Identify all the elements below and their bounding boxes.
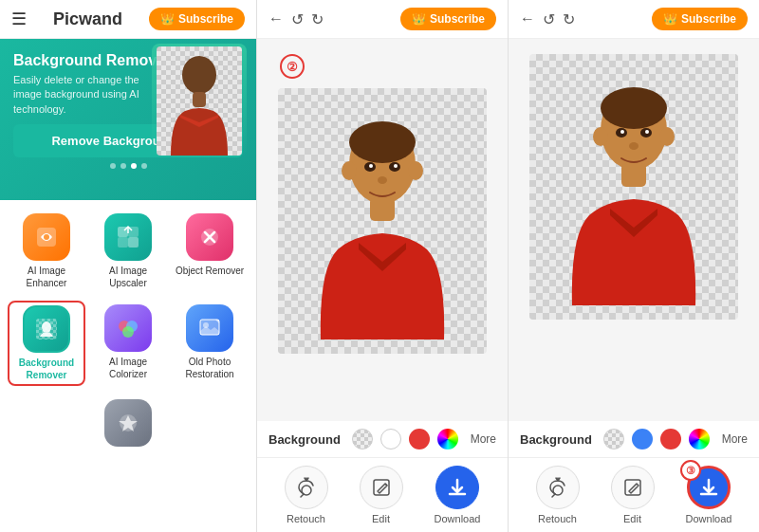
left-panel: ☰ Picwand 👑 Subscribe Background Remover… <box>0 0 256 532</box>
mid-panel: ← ↺ ↻ 👑 Subscribe ② <box>256 0 508 532</box>
dot-1 <box>110 163 116 169</box>
right-rainbow-swatch[interactable] <box>689 429 710 449</box>
right-action-row: Retouch Edit ③ Download <box>509 457 759 532</box>
right-retouch-icon-circle <box>536 466 580 509</box>
mid-step-number: ② <box>280 54 305 79</box>
right-transparent-swatch[interactable] <box>603 429 624 449</box>
mid-action-row: Retouch Edit Download <box>257 457 508 532</box>
svg-point-48 <box>629 142 639 150</box>
right-image-preview <box>529 54 738 320</box>
svg-point-8 <box>44 234 49 240</box>
dot-2 <box>120 163 126 169</box>
sidebar-item-background-remover[interactable]: BackgroundRemover <box>8 301 85 386</box>
extra-tool-icon <box>104 399 152 447</box>
hero-image <box>152 44 247 157</box>
right-bg-label: Background <box>520 432 592 447</box>
right-blue-swatch[interactable] <box>632 429 653 449</box>
mid-download-button[interactable]: Download <box>435 466 481 524</box>
hero-subtitle: Easily delete or change the image backgr… <box>13 73 146 117</box>
dot-4 <box>141 163 147 169</box>
back-icon[interactable]: ← <box>268 10 284 28</box>
svg-point-37 <box>342 161 357 180</box>
bg-remover-label: BackgroundRemover <box>19 357 74 381</box>
right-panel: ← ↺ ↻ 👑 Subscribe <box>508 0 759 532</box>
svg-point-38 <box>408 161 423 180</box>
right-topbar-left: ← ↺ ↻ <box>520 10 575 28</box>
right-subscribe-button[interactable]: 👑 Subscribe <box>652 8 748 30</box>
hero-banner: Background Remover Easily delete or chan… <box>0 39 256 200</box>
svg-point-35 <box>394 164 398 168</box>
svg-point-5 <box>182 56 216 94</box>
ai-enhancer-icon <box>23 213 70 261</box>
right-retouch-svg <box>547 477 568 498</box>
svg-rect-6 <box>193 92 206 107</box>
download-icon-circle <box>435 466 479 509</box>
crown-icon: 👑 <box>160 12 175 26</box>
ai-upscaler-icon <box>104 213 152 261</box>
mid-transparent-swatch[interactable] <box>352 429 373 449</box>
right-more-label[interactable]: More <box>722 432 748 446</box>
sidebar-item-ai-image-upscaler[interactable]: AI Image Upscaler <box>89 210 167 293</box>
enhancer-svg <box>33 224 60 250</box>
right-edit-button[interactable]: Edit <box>611 466 655 524</box>
right-red-swatch[interactable] <box>660 429 681 449</box>
subscribe-button[interactable]: 👑 Subscribe <box>149 8 245 30</box>
mid-rainbow-swatch[interactable] <box>437 429 458 449</box>
mid-retouch-label: Retouch <box>287 513 325 524</box>
mid-subscribe-button[interactable]: 👑 Subscribe <box>400 8 496 30</box>
svg-point-46 <box>620 130 624 134</box>
mid-image-preview <box>278 88 487 354</box>
svg-point-49 <box>593 127 608 146</box>
mid-topbar-left: ← ↺ ↻ <box>268 10 324 28</box>
mid-person-svg <box>302 102 463 339</box>
extra-tool-svg <box>115 410 141 436</box>
right-person-svg <box>553 68 714 305</box>
redo-icon[interactable]: ↻ <box>311 10 324 28</box>
mid-download-label: Download <box>435 513 481 524</box>
retouch-icon-circle <box>285 466 328 509</box>
svg-point-30 <box>349 121 416 163</box>
mid-edit-label: Edit <box>372 513 390 524</box>
crown-icon-right: 👑 <box>663 12 677 26</box>
hamburger-icon[interactable]: ☰ <box>11 9 27 29</box>
sidebar-item-ai-image-colorizer[interactable]: AI Image Colorizer <box>89 301 167 386</box>
mid-retouch-button[interactable]: Retouch <box>285 466 328 524</box>
mid-person-container <box>278 88 487 354</box>
mid-edit-button[interactable]: Edit <box>360 466 403 524</box>
top-bar: ☰ Picwand 👑 Subscribe <box>0 0 256 39</box>
right-undo-icon[interactable]: ↺ <box>543 10 555 28</box>
right-download-button[interactable]: ③ Download <box>686 466 732 524</box>
right-retouch-label: Retouch <box>538 513 577 524</box>
edit-svg <box>371 477 392 498</box>
right-redo-icon[interactable]: ↻ <box>563 10 575 28</box>
right-edit-icon-circle <box>611 466 655 509</box>
right-edit-svg <box>622 477 643 498</box>
old-photo-svg <box>196 315 223 341</box>
svg-point-24 <box>122 326 134 338</box>
colorizer-svg <box>115 315 141 341</box>
right-retouch-button[interactable]: Retouch <box>536 466 580 524</box>
mid-white-swatch[interactable] <box>380 429 401 449</box>
right-topbar: ← ↺ ↻ 👑 Subscribe <box>509 0 759 39</box>
ai-upscaler-label: AI Image Upscaler <box>93 265 163 289</box>
mid-more-label[interactable]: More <box>471 432 496 446</box>
old-photo-label: Old Photo Restoration <box>175 356 245 380</box>
right-back-icon[interactable]: ← <box>520 10 535 28</box>
tools-grid: AI Image Enhancer AI Image Upscaler <box>0 200 256 395</box>
right-download-svg <box>697 476 720 499</box>
sidebar-item-extra-tool[interactable] <box>8 395 249 450</box>
sidebar-item-ai-image-enhancer[interactable]: AI Image Enhancer <box>8 210 85 293</box>
svg-rect-10 <box>128 237 139 248</box>
sidebar-item-object-remover[interactable]: Object Remover <box>171 210 249 293</box>
download-svg <box>446 476 469 499</box>
svg-point-34 <box>369 164 373 168</box>
sidebar-item-old-photo-restoration[interactable]: Old Photo Restoration <box>171 301 249 386</box>
app-logo: Picwand <box>53 9 122 29</box>
retouch-svg <box>296 477 317 498</box>
undo-icon[interactable]: ↺ <box>291 10 304 28</box>
object-remover-svg <box>196 224 223 250</box>
mid-red-swatch[interactable] <box>409 429 430 449</box>
edit-icon-circle <box>360 466 403 509</box>
svg-point-21 <box>42 321 51 333</box>
svg-point-36 <box>378 176 387 184</box>
